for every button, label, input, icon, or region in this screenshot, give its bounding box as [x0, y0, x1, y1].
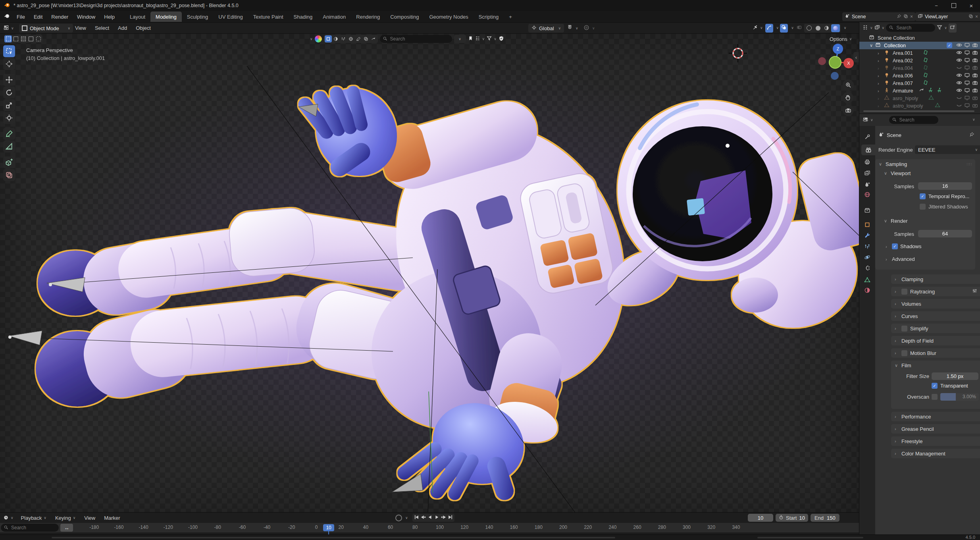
simplify-checkbox[interactable] — [901, 326, 907, 332]
expander-icon[interactable]: › — [886, 244, 890, 249]
secondary-scrollbar[interactable] — [757, 537, 863, 538]
tab-world[interactable] — [861, 189, 873, 200]
timeline-scrollbar[interactable] — [52, 537, 615, 538]
proportional-editing-controls[interactable]: ∨ — [583, 24, 595, 33]
menu-edit[interactable]: Edit — [29, 14, 47, 20]
tab-compositing[interactable]: Compositing — [385, 12, 424, 22]
tab-shading[interactable]: Shading — [289, 12, 318, 22]
editor-type-button[interactable]: ∨ — [3, 24, 14, 33]
select-mode-extend-button[interactable] — [12, 35, 19, 43]
performance-panel[interactable]: › Performance ∷∷ — [891, 412, 980, 421]
tool-cursor[interactable] — [3, 58, 15, 70]
outliner-row-asro-hipoly[interactable]: › asro_hipoly — [859, 94, 980, 102]
sidebar-collapse-handle[interactable]: ‹ — [853, 52, 859, 62]
tool-rotate[interactable] — [3, 87, 15, 98]
properties-search[interactable] — [889, 116, 938, 124]
properties-editor-type-button[interactable]: ∨ — [863, 116, 873, 123]
menu-keying[interactable]: Keying∨ — [51, 515, 80, 521]
camera-view-button[interactable] — [843, 105, 854, 116]
clamping-panel[interactable]: › Clamping ∷∷ — [891, 274, 980, 284]
menu-view[interactable]: View — [80, 515, 100, 521]
disable-render-icon[interactable] — [972, 57, 978, 64]
hide-eye-closed-icon[interactable] — [956, 65, 962, 72]
play-button[interactable] — [434, 514, 440, 521]
tab-modifiers[interactable] — [861, 230, 873, 241]
outliner-scrollbar[interactable] — [863, 110, 974, 112]
disable-viewport-icon[interactable] — [964, 57, 970, 64]
properties-options-icon[interactable]: ∨ — [972, 118, 975, 122]
navigation-gizmo[interactable]: Z X — [813, 39, 859, 83]
select-mode-subtract-button[interactable] — [19, 35, 27, 43]
tool-select-box[interactable] — [3, 45, 15, 57]
jittered-shadows-checkbox[interactable] — [920, 204, 926, 210]
select-mode-intersect-button[interactable] — [35, 35, 42, 43]
menu-select[interactable]: Select — [90, 25, 114, 31]
hide-eye-closed-icon[interactable] — [956, 102, 962, 110]
menu-help[interactable]: Help — [100, 14, 119, 20]
select-mode-new-button[interactable] — [4, 35, 12, 42]
menu-marker[interactable]: Marker — [100, 515, 124, 521]
outliner-search[interactable] — [886, 24, 935, 32]
outliner-row-area004[interactable]: › Area.004 — [859, 64, 980, 72]
outliner-row-area002[interactable]: › Area.002 — [859, 57, 980, 64]
expander-icon[interactable]: › — [886, 257, 890, 262]
disable-viewport-icon[interactable] — [964, 50, 970, 57]
tool-add-cube[interactable] — [3, 156, 15, 168]
timeline-editor-type-button[interactable]: ∨ — [3, 515, 13, 521]
viewport-search[interactable] — [380, 35, 452, 43]
close-button[interactable]: × — [963, 0, 980, 11]
disable-render-icon[interactable] — [972, 80, 978, 87]
hide-eye-icon[interactable] — [956, 72, 962, 79]
new-collection-button[interactable] — [949, 23, 957, 33]
hide-eye-icon[interactable] — [956, 87, 962, 94]
snap-magnet-icon[interactable] — [567, 25, 573, 32]
tab-collection[interactable] — [861, 205, 873, 216]
pages-filter-toggle[interactable] — [362, 35, 370, 43]
current-frame-field[interactable]: 10 — [748, 514, 773, 522]
scene-selector[interactable]: Scene × — [842, 12, 915, 21]
color-wheel-icon[interactable] — [315, 35, 322, 42]
select-mode-invert-button[interactable] — [27, 35, 35, 43]
menu-render[interactable]: Render — [47, 14, 73, 20]
sliders-icon[interactable] — [972, 288, 977, 295]
play-reverse-button[interactable] — [427, 514, 433, 521]
selectability-dropdown[interactable]: ∨ — [751, 24, 764, 33]
tab-scene[interactable] — [861, 179, 873, 190]
copy-scene-icon[interactable] — [903, 14, 908, 20]
filter-size-field[interactable]: 1.50 px — [932, 372, 978, 380]
tab-layout[interactable]: Layout — [125, 12, 150, 22]
menu-file[interactable]: File — [12, 14, 29, 20]
disable-viewport-icon[interactable] — [964, 102, 970, 110]
disable-viewport-icon[interactable] — [964, 42, 970, 49]
shading-rendered-button[interactable] — [831, 24, 840, 32]
disable-render-x-icon[interactable] — [972, 102, 978, 110]
tab-constraints[interactable] — [861, 262, 873, 273]
render-samples-field[interactable]: 64 — [918, 230, 972, 237]
display-dropdown[interactable]: ∨ — [454, 35, 466, 43]
tool-transform[interactable] — [3, 112, 15, 124]
menu-view[interactable]: View — [71, 25, 90, 31]
shield-check-icon[interactable] — [499, 36, 504, 42]
tab-output[interactable] — [861, 156, 873, 167]
unlink-scene-icon[interactable]: × — [910, 14, 913, 19]
disable-render-x-icon[interactable] — [972, 95, 978, 102]
mesh-filter-toggle[interactable] — [325, 35, 332, 42]
temporal-reprojection-checkbox[interactable] — [920, 193, 926, 199]
collection-checkbox[interactable] — [947, 42, 952, 48]
shading-wireframe-button[interactable] — [805, 24, 814, 32]
tab-particles[interactable] — [861, 241, 873, 252]
copy-viewlayer-icon[interactable] — [968, 14, 973, 20]
pan-button[interactable] — [842, 92, 853, 103]
hide-eye-icon[interactable] — [956, 80, 962, 87]
viewport-3d[interactable]: ∨ ∨ ∨ ∨ — [0, 34, 859, 512]
sphere-filter-toggle[interactable] — [332, 35, 339, 43]
hide-eye-icon[interactable] — [956, 50, 962, 57]
disable-render-icon[interactable] — [972, 42, 978, 49]
curves-panel[interactable]: › Curves ∷∷ — [891, 311, 980, 321]
viewlayer-selector[interactable]: ViewLayer × — [915, 12, 980, 21]
filter-images-dropdown[interactable]: ∨ — [874, 25, 885, 31]
hide-eye-icon[interactable] — [956, 57, 962, 64]
tool-move[interactable] — [3, 74, 15, 86]
sampling-panel-header[interactable]: ∨ Sampling ∷∷ — [875, 159, 975, 169]
motion-blur-checkbox[interactable] — [901, 350, 907, 356]
